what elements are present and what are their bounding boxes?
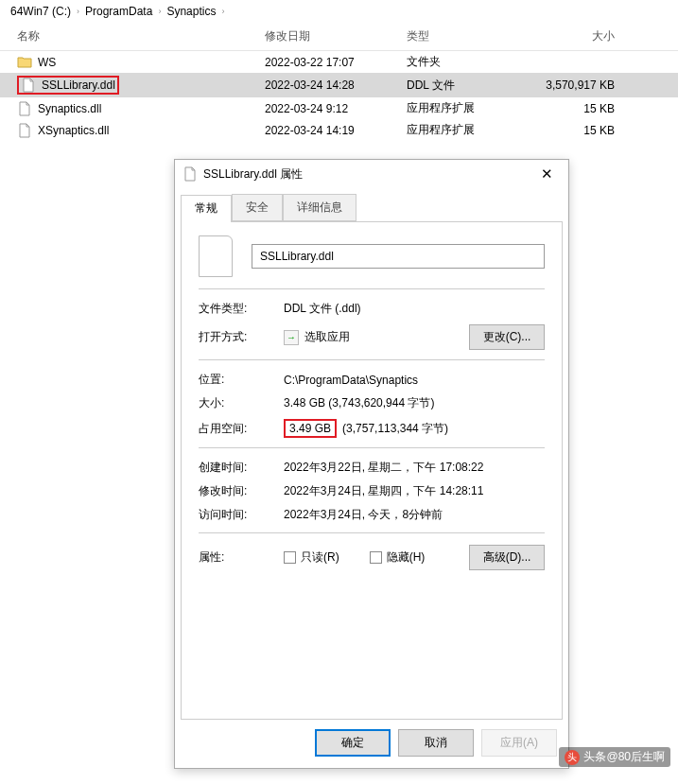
file-name: SSLLibrary.ddl [42,78,115,92]
label-accessed: 访问时间: [199,507,284,523]
file-type: 应用程序扩展 [407,122,520,138]
file-name: XSynaptics.dll [38,124,109,137]
column-size[interactable]: 大小 [520,28,634,44]
file-type: 文件夹 [407,54,520,70]
tab-general[interactable]: 常规 [181,195,232,222]
label-created: 创建时间: [199,460,284,476]
value-modified: 2022年3月24日, 星期四，下午 14:28:11 [284,483,545,499]
file-date: 2022-03-24 9:12 [265,102,407,115]
value-size-on-disk-rest: (3,757,113,344 字节) [342,421,448,437]
toutiao-icon: 头 [565,750,580,765]
label-opens-with: 打开方式: [199,329,284,345]
value-opens-with: 选取应用 [304,329,350,345]
value-location: C:\ProgramData\Synaptics [284,374,545,387]
label-attributes: 属性: [199,549,284,566]
value-created: 2022年3月22日, 星期二，下午 17:08:22 [284,460,545,476]
breadcrumb-item[interactable]: 64Win7 (C:) [8,5,74,18]
file-date: 2022-03-24 14:28 [265,78,407,92]
breadcrumb-item[interactable]: Synaptics [164,5,218,18]
breadcrumb[interactable]: 64Win7 (C:) › ProgramData › Synaptics › [0,0,678,23]
label-location: 位置: [199,372,284,388]
label-size-on-disk: 占用空间: [199,421,284,437]
dialog-buttons: 确定 取消 应用(A) [175,720,568,768]
file-size: 15 KB [520,102,634,115]
dialog-title: SSLLibrary.ddl 属性 [203,166,303,183]
column-date[interactable]: 修改日期 [265,28,407,44]
value-size: 3.48 GB (3,743,620,944 字节) [284,395,545,411]
chevron-right-icon: › [218,7,227,16]
readonly-checkbox[interactable]: 只读(R) [284,549,339,566]
file-name: WS [38,56,56,69]
column-type[interactable]: 类型 [407,28,520,44]
file-list: WS 2022-03-22 17:07 文件夹 SSLLibrary.ddl 2… [0,51,678,141]
chevron-right-icon: › [74,7,82,16]
list-item[interactable]: Synaptics.dll 2022-03-24 9:12 应用程序扩展 15 … [0,97,678,119]
dialog-titlebar[interactable]: SSLLibrary.ddl 属性 ✕ [175,160,568,188]
apply-button[interactable]: 应用(A) [481,729,557,757]
filename-input[interactable] [252,244,545,269]
label-filetype: 文件类型: [199,301,284,317]
file-size: 3,570,917 KB [520,78,634,92]
highlight-annotation: SSLLibrary.ddl [17,76,119,95]
tab-details[interactable]: 详细信息 [283,194,356,221]
change-button[interactable]: 更改(C)... [469,324,545,350]
close-icon[interactable]: ✕ [533,166,561,183]
file-icon [17,123,32,138]
highlight-annotation: 3.49 GB [284,419,337,438]
tab-security[interactable]: 安全 [232,194,283,221]
app-icon [284,330,299,345]
column-name[interactable]: 名称 [0,28,265,44]
file-date: 2022-03-22 17:07 [265,56,407,69]
list-item[interactable]: WS 2022-03-22 17:07 文件夹 [0,51,678,73]
file-icon [199,235,233,277]
watermark-text: 头条@80后生啊 [583,749,665,765]
breadcrumb-item[interactable]: ProgramData [82,5,155,18]
file-list-header: 名称 修改日期 类型 大小 [0,23,678,51]
cancel-button[interactable]: 取消 [398,729,474,757]
file-type: 应用程序扩展 [407,100,520,116]
value-filetype: DDL 文件 (.ddl) [284,301,545,317]
watermark: 头 头条@80后生啊 [559,747,670,767]
value-size-on-disk-hl: 3.49 GB [289,422,331,435]
ok-button[interactable]: 确定 [315,729,391,757]
file-icon [17,101,32,116]
advanced-button[interactable]: 高级(D)... [469,545,545,570]
value-accessed: 2022年3月24日, 今天，8分钟前 [284,507,545,523]
tab-panel-general: 文件类型: DDL 文件 (.ddl) 打开方式: 选取应用 更改(C)... … [181,221,563,720]
list-item[interactable]: XSynaptics.dll 2022-03-24 14:19 应用程序扩展 1… [0,119,678,141]
tab-strip: 常规 安全 详细信息 [175,188,568,221]
properties-dialog: SSLLibrary.ddl 属性 ✕ 常规 安全 详细信息 文件类型: DDL… [174,159,569,769]
label-size: 大小: [199,395,284,411]
label-modified: 修改时间: [199,483,284,499]
file-icon [21,78,36,93]
folder-icon [17,55,32,70]
file-size: 15 KB [520,124,634,137]
file-date: 2022-03-24 14:19 [265,124,407,137]
chevron-right-icon: › [155,7,164,16]
file-name: Synaptics.dll [38,102,101,115]
file-icon [183,166,198,182]
file-type: DDL 文件 [407,78,520,94]
hidden-checkbox[interactable]: 隐藏(H) [370,549,426,566]
list-item[interactable]: SSLLibrary.ddl 2022-03-24 14:28 DDL 文件 3… [0,73,678,97]
